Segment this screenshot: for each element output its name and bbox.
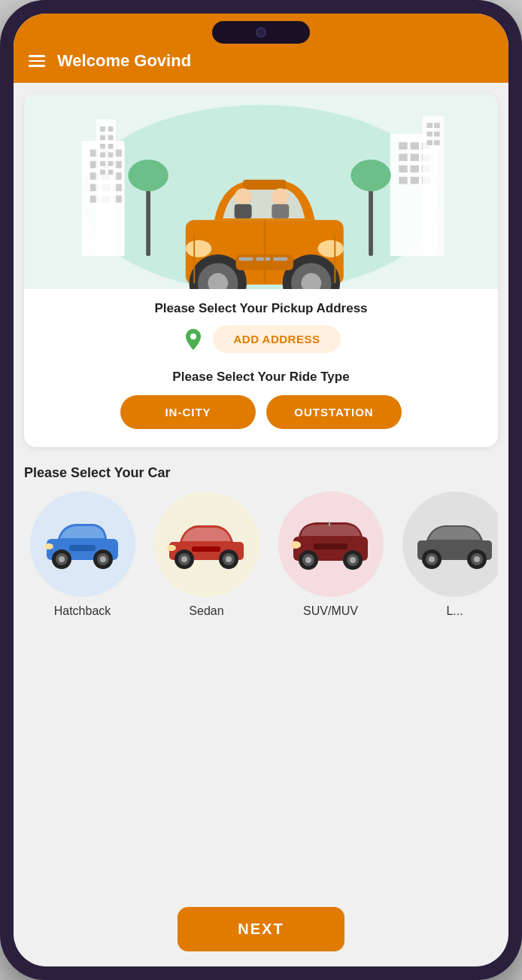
- svg-point-72: [235, 188, 252, 205]
- car-circle-hatchback: [30, 492, 135, 597]
- add-address-button[interactable]: ADD ADDRESS: [213, 325, 341, 353]
- svg-rect-48: [434, 132, 440, 137]
- svg-rect-24: [108, 144, 114, 149]
- svg-rect-41: [399, 177, 407, 184]
- svg-rect-75: [272, 204, 289, 218]
- svg-rect-66: [238, 257, 253, 261]
- svg-rect-73: [235, 204, 252, 218]
- svg-rect-22: [108, 135, 114, 141]
- svg-rect-85: [69, 545, 96, 551]
- svg-rect-29: [100, 169, 105, 175]
- svg-point-52: [128, 160, 168, 191]
- car-section: Please Select Your Car: [14, 458, 508, 625]
- car-circle-luxury: [402, 492, 499, 597]
- car-illustration: [24, 93, 498, 289]
- svg-point-111: [474, 556, 480, 562]
- hero-card: Please Select Your Pickup Address ADD AD…: [24, 93, 498, 447]
- svg-rect-28: [108, 161, 114, 166]
- svg-point-80: [59, 556, 65, 562]
- car-name-luxury: L...: [446, 604, 463, 618]
- car-name-sedan: Sedan: [189, 604, 223, 618]
- car-item-suv[interactable]: SUV/MUV: [272, 492, 389, 618]
- car-item-hatchback[interactable]: Hatchback: [24, 492, 141, 618]
- in-city-button[interactable]: IN-CITY: [120, 395, 256, 429]
- ride-type-buttons: IN-CITY OUTSTATION: [39, 395, 483, 429]
- phone-screen: Welcome Govind: [14, 14, 508, 966]
- header-title: Welcome Govind: [57, 51, 191, 71]
- svg-rect-38: [399, 166, 407, 173]
- svg-rect-56: [243, 180, 286, 190]
- pickup-section: Please Select Your Pickup Address ADD AD…: [24, 289, 498, 359]
- svg-point-84: [44, 543, 53, 549]
- svg-rect-21: [100, 135, 105, 141]
- svg-rect-26: [108, 152, 114, 157]
- svg-rect-47: [427, 132, 433, 137]
- notch: [212, 21, 310, 44]
- outstation-button[interactable]: OUTSTATION: [266, 395, 402, 429]
- svg-rect-25: [100, 152, 105, 157]
- svg-rect-94: [192, 546, 220, 552]
- car-name-suv: SUV/MUV: [303, 604, 358, 618]
- svg-point-54: [351, 160, 390, 191]
- svg-rect-19: [100, 126, 105, 132]
- ride-type-section: Please Select Your Ride Type IN-CITY OUT…: [24, 359, 498, 432]
- svg-point-63: [186, 240, 211, 257]
- ride-type-label: Please Select Your Ride Type: [39, 370, 483, 385]
- main-content: Please Select Your Pickup Address ADD AD…: [14, 83, 508, 966]
- menu-button[interactable]: [29, 55, 45, 67]
- svg-point-102: [290, 541, 301, 549]
- pickup-label: Please Select Your Pickup Address: [39, 301, 483, 316]
- svg-rect-39: [411, 166, 419, 173]
- svg-rect-51: [146, 184, 150, 255]
- svg-rect-35: [399, 154, 407, 161]
- car-circle-sedan: [154, 492, 259, 597]
- svg-point-92: [226, 556, 232, 562]
- svg-rect-103: [314, 543, 347, 549]
- address-row: ADD ADDRESS: [39, 325, 483, 353]
- svg-rect-30: [108, 169, 114, 175]
- svg-rect-53: [369, 184, 373, 255]
- car-circle-suv: [278, 492, 384, 597]
- svg-point-76: [190, 333, 196, 339]
- svg-rect-32: [399, 142, 407, 150]
- car-item-luxury[interactable]: L...: [396, 492, 498, 618]
- svg-point-83: [100, 556, 106, 562]
- svg-rect-27: [100, 161, 105, 166]
- svg-point-89: [181, 556, 187, 562]
- svg-rect-42: [411, 177, 419, 184]
- svg-rect-49: [427, 140, 433, 145]
- next-section: NEXT: [14, 892, 508, 966]
- car-list: Hatchback: [24, 492, 498, 625]
- camera: [256, 27, 266, 38]
- svg-rect-104: [329, 522, 330, 526]
- svg-rect-36: [411, 154, 419, 161]
- svg-rect-45: [427, 123, 433, 128]
- svg-rect-67: [256, 257, 270, 261]
- svg-rect-44: [423, 116, 445, 256]
- phone-frame: Welcome Govind: [0, 0, 522, 980]
- svg-rect-50: [434, 140, 440, 145]
- svg-point-93: [167, 545, 176, 551]
- car-name-hatchback: Hatchback: [54, 604, 111, 618]
- svg-rect-68: [273, 257, 287, 261]
- svg-rect-46: [434, 123, 440, 128]
- svg-point-64: [317, 240, 343, 257]
- next-button[interactable]: NEXT: [178, 907, 344, 951]
- svg-point-98: [305, 557, 311, 563]
- svg-rect-23: [100, 144, 105, 149]
- svg-rect-20: [108, 126, 114, 132]
- car-item-sedan[interactable]: Sedan: [148, 492, 265, 618]
- car-section-label: Please Select Your Car: [24, 465, 498, 481]
- svg-point-101: [350, 557, 356, 563]
- location-pin-icon: [181, 327, 205, 352]
- svg-point-108: [429, 556, 435, 562]
- svg-rect-33: [411, 142, 419, 150]
- svg-point-74: [272, 188, 289, 205]
